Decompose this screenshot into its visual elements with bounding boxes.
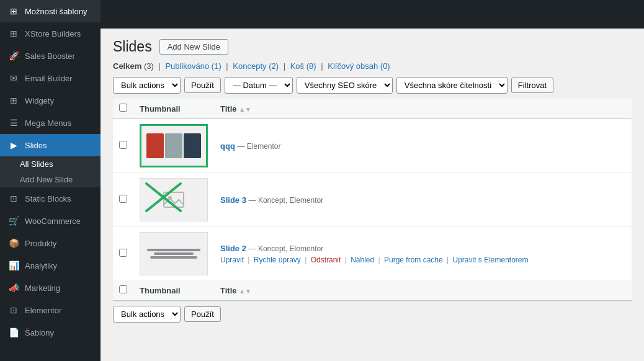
thumb-mini-2 bbox=[165, 133, 182, 158]
row-meta: — Koncept, Elementor bbox=[249, 244, 324, 253]
filter-links: Celkem (3) | Publikováno (1) | Koncepty … bbox=[113, 61, 632, 71]
row-title-cell: Slide 2 — Koncept, Elementor Upravit | R… bbox=[214, 227, 632, 281]
sort-arrow-icon: ▲▼ bbox=[239, 106, 251, 113]
grid-icon: ⊞ bbox=[7, 5, 20, 17]
elementor-icon: ⊡ bbox=[7, 304, 20, 316]
sidebar-item-produkty[interactable]: 📦 Produkty bbox=[0, 232, 101, 254]
footer-checkbox-col bbox=[113, 280, 133, 301]
bottom-bulk-bar: Bulk actions Použít bbox=[113, 306, 632, 323]
sidebar-item-sales-booster[interactable]: 🚀 Sales Booster bbox=[0, 45, 101, 67]
main-content: Slides Add New Slide Celkem (3) | Publik… bbox=[101, 0, 644, 361]
action-rychle-upravy[interactable]: Rychlé úpravy bbox=[254, 256, 301, 264]
footer-thumbnail-col: Thumbnail bbox=[133, 280, 214, 301]
top-bulk-actions-select[interactable]: Bulk actions bbox=[113, 77, 181, 94]
cross-overlay bbox=[140, 179, 190, 216]
slides-icon: ▶ bbox=[7, 139, 20, 151]
email-icon: ✉ bbox=[7, 72, 20, 84]
add-new-slide-button[interactable]: Add New Slide bbox=[159, 39, 228, 55]
sidebar-item-elementor[interactable]: ⊡ Elementor bbox=[0, 299, 101, 321]
action-odstranit[interactable]: Odstranit bbox=[311, 256, 341, 264]
thumbnail-image bbox=[140, 124, 208, 167]
action-nahled[interactable]: Náhled bbox=[351, 256, 374, 264]
top-bar bbox=[101, 0, 644, 29]
footer-title-col[interactable]: Title ▲▼ bbox=[214, 280, 632, 301]
sidebar-sub-add-new-slide[interactable]: Add New Slide bbox=[0, 172, 101, 187]
thumb-line bbox=[147, 249, 200, 251]
table-row: qqq — Elementor bbox=[113, 119, 632, 173]
thumb-line bbox=[150, 256, 197, 259]
row-checkbox-cell bbox=[113, 173, 133, 227]
row-checkbox-cell bbox=[113, 227, 133, 281]
thumb-group bbox=[146, 133, 201, 158]
date-filter-select[interactable]: — Datum — bbox=[225, 77, 293, 94]
sidebar-item-email-builder[interactable]: ✉ Email Builder bbox=[0, 67, 101, 89]
analytics-icon: 📊 bbox=[7, 259, 20, 272]
sidebar-item-moznosti-sablony[interactable]: ⊞ Možnosti šablony bbox=[0, 0, 101, 22]
seo-filter-select[interactable]: Všechny SEO skóre bbox=[297, 77, 393, 94]
row-checkbox-cell bbox=[113, 119, 133, 173]
row-thumbnail-cell bbox=[133, 119, 214, 173]
action-upravit[interactable]: Upravit bbox=[220, 256, 244, 264]
top-apply-button[interactable]: Použít bbox=[184, 78, 221, 93]
row-title-cell: Slide 3 — Koncept, Elementor bbox=[214, 173, 632, 227]
row-actions: Upravit | Rychlé úpravy | Odstranit | Ná… bbox=[220, 256, 625, 264]
row-thumbnail-cell bbox=[133, 173, 214, 227]
thumb-mini-3 bbox=[184, 133, 201, 158]
sidebar-item-analytiky[interactable]: 📊 Analytiky bbox=[0, 254, 101, 277]
filter-button[interactable]: Filtrovat bbox=[511, 78, 553, 93]
sidebar-item-woocommerce[interactable]: 🛒 WooCommerce bbox=[0, 210, 101, 232]
row-title-link[interactable]: Slide 3 bbox=[220, 195, 246, 205]
action-upravit-elementorem[interactable]: Upravit s Elementorem bbox=[452, 256, 528, 264]
products-icon: 📦 bbox=[7, 237, 20, 249]
top-bulk-bar: Bulk actions Použít — Datum — Všechny SE… bbox=[113, 77, 632, 94]
row-checkbox[interactable] bbox=[119, 141, 127, 149]
sidebar-item-marketing[interactable]: 📣 Marketing bbox=[0, 277, 101, 299]
widget-icon: ⊞ bbox=[7, 94, 20, 107]
slides-table: Thumbnail Title ▲▼ bbox=[113, 99, 632, 301]
sidebar-item-xstore-builders[interactable]: ⊞ XStore Builders bbox=[0, 22, 101, 45]
readability-filter-select[interactable]: Všechna skóre čitelnosti bbox=[396, 77, 508, 94]
bottom-bulk-actions-select[interactable]: Bulk actions bbox=[113, 306, 181, 323]
sidebar-item-mega-menus[interactable]: ☰ Mega Menus bbox=[0, 112, 101, 134]
footer-select-all-checkbox[interactable] bbox=[119, 285, 127, 293]
filter-publikovano[interactable]: Publikováno (1) bbox=[165, 61, 223, 71]
select-all-checkbox[interactable] bbox=[119, 104, 127, 112]
filter-celkem: Celkem (3) bbox=[113, 61, 156, 71]
title-col-header[interactable]: Title ▲▼ bbox=[214, 99, 632, 119]
sidebar-item-widgety[interactable]: ⊞ Widgety bbox=[0, 89, 101, 112]
select-all-header bbox=[113, 99, 133, 119]
sidebar-item-slides[interactable]: ▶ Slides bbox=[0, 134, 101, 156]
row-title-link[interactable]: Slide 2 bbox=[220, 244, 246, 253]
page-title: Slides bbox=[113, 38, 152, 55]
content-area: Slides Add New Slide Celkem (3) | Publik… bbox=[101, 29, 644, 332]
bottom-apply-button[interactable]: Použít bbox=[184, 306, 221, 322]
row-checkbox[interactable] bbox=[119, 195, 127, 203]
thumb-mini-1 bbox=[146, 133, 164, 158]
blocks-icon: ⊡ bbox=[7, 192, 20, 205]
sidebar-sub-all-slides[interactable]: All Slides bbox=[0, 156, 101, 172]
row-title-link[interactable]: qqq bbox=[220, 141, 235, 151]
page-title-row: Slides Add New Slide bbox=[113, 38, 632, 55]
table-row: Slide 3 — Koncept, Elementor bbox=[113, 173, 632, 227]
thumbnail-placeholder bbox=[140, 178, 208, 221]
sidebar: ⊞ Možnosti šablony ⊞ XStore Builders 🚀 S… bbox=[0, 0, 101, 361]
thumbnail-col-header: Thumbnail bbox=[133, 99, 214, 119]
sidebar-item-sablony[interactable]: 📄 Šablony bbox=[0, 321, 101, 344]
action-purge-cache[interactable]: Purge from cache bbox=[384, 256, 443, 264]
woo-icon: 🛒 bbox=[7, 215, 20, 227]
templates-icon: 📄 bbox=[7, 326, 20, 339]
xstore-icon: ⊞ bbox=[7, 27, 20, 40]
marketing-icon: 📣 bbox=[7, 282, 20, 294]
filter-koncepty[interactable]: Koncepty (2) bbox=[233, 61, 280, 71]
footer-sort-arrow-icon: ▲▼ bbox=[239, 288, 251, 295]
table-row: Slide 2 — Koncept, Elementor Upravit | R… bbox=[113, 227, 632, 281]
menu-icon: ☰ bbox=[7, 117, 20, 129]
sidebar-item-static-blocks[interactable]: ⊡ Static Blocks bbox=[0, 187, 101, 210]
filter-kos[interactable]: Koš (8) bbox=[290, 61, 319, 71]
row-checkbox[interactable] bbox=[119, 249, 127, 257]
row-title-cell: qqq — Elementor bbox=[214, 119, 632, 173]
filter-klicovy[interactable]: Klíčový obsah (0) bbox=[328, 61, 390, 71]
row-thumbnail-cell bbox=[133, 227, 214, 281]
thumb-line bbox=[154, 252, 194, 255]
thumbnail-image bbox=[140, 232, 208, 275]
